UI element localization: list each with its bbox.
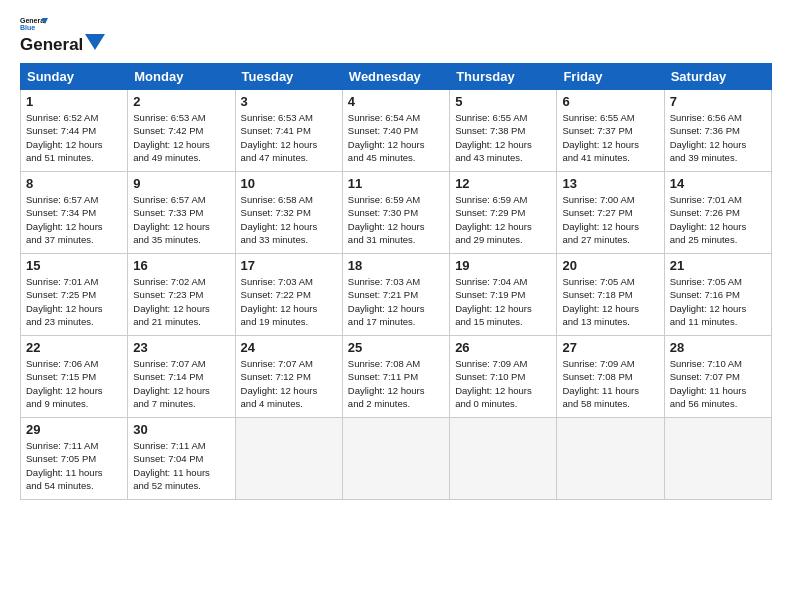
- day-number: 28: [670, 340, 766, 355]
- day-number: 17: [241, 258, 337, 273]
- cell-line: Daylight: 12 hours: [133, 138, 229, 151]
- svg-marker-3: [85, 34, 105, 50]
- cell-content: Sunrise: 7:01 AMSunset: 7:25 PMDaylight:…: [26, 275, 122, 328]
- cell-line: Sunset: 7:12 PM: [241, 370, 337, 383]
- calendar-cell: 10Sunrise: 6:58 AMSunset: 7:32 PMDayligh…: [235, 172, 342, 254]
- day-number: 27: [562, 340, 658, 355]
- cell-line: Sunrise: 7:08 AM: [348, 357, 444, 370]
- cell-line: Daylight: 11 hours: [562, 384, 658, 397]
- cell-line: Daylight: 12 hours: [26, 384, 122, 397]
- cell-content: Sunrise: 7:06 AMSunset: 7:15 PMDaylight:…: [26, 357, 122, 410]
- cell-line: Sunset: 7:27 PM: [562, 206, 658, 219]
- cell-line: Daylight: 11 hours: [26, 466, 122, 479]
- col-header-wednesday: Wednesday: [342, 64, 449, 90]
- cell-line: Sunrise: 6:56 AM: [670, 111, 766, 124]
- day-number: 4: [348, 94, 444, 109]
- header: General Blue General: [20, 16, 772, 53]
- cell-line: and 15 minutes.: [455, 315, 551, 328]
- cell-line: and 43 minutes.: [455, 151, 551, 164]
- cell-line: Daylight: 12 hours: [348, 384, 444, 397]
- cell-line: Daylight: 11 hours: [670, 384, 766, 397]
- cell-content: Sunrise: 6:55 AMSunset: 7:38 PMDaylight:…: [455, 111, 551, 164]
- cell-content: Sunrise: 7:02 AMSunset: 7:23 PMDaylight:…: [133, 275, 229, 328]
- cell-line: and 9 minutes.: [26, 397, 122, 410]
- cell-line: Sunrise: 7:00 AM: [562, 193, 658, 206]
- calendar-cell: 9Sunrise: 6:57 AMSunset: 7:33 PMDaylight…: [128, 172, 235, 254]
- cell-line: Sunrise: 7:02 AM: [133, 275, 229, 288]
- calendar-cell: 26Sunrise: 7:09 AMSunset: 7:10 PMDayligh…: [450, 336, 557, 418]
- cell-content: Sunrise: 6:58 AMSunset: 7:32 PMDaylight:…: [241, 193, 337, 246]
- day-number: 2: [133, 94, 229, 109]
- cell-content: Sunrise: 7:05 AMSunset: 7:16 PMDaylight:…: [670, 275, 766, 328]
- calendar-cell: 6Sunrise: 6:55 AMSunset: 7:37 PMDaylight…: [557, 90, 664, 172]
- cell-content: Sunrise: 7:11 AMSunset: 7:04 PMDaylight:…: [133, 439, 229, 492]
- cell-line: Daylight: 12 hours: [241, 302, 337, 315]
- cell-line: Sunrise: 6:54 AM: [348, 111, 444, 124]
- cell-line: Sunset: 7:25 PM: [26, 288, 122, 301]
- cell-line: Sunset: 7:40 PM: [348, 124, 444, 137]
- cell-line: and 13 minutes.: [562, 315, 658, 328]
- col-header-friday: Friday: [557, 64, 664, 90]
- cell-line: Daylight: 12 hours: [348, 138, 444, 151]
- cell-line: Daylight: 11 hours: [133, 466, 229, 479]
- calendar-week-3: 15Sunrise: 7:01 AMSunset: 7:25 PMDayligh…: [21, 254, 772, 336]
- cell-line: and 4 minutes.: [241, 397, 337, 410]
- day-number: 8: [26, 176, 122, 191]
- day-number: 5: [455, 94, 551, 109]
- day-number: 13: [562, 176, 658, 191]
- day-number: 14: [670, 176, 766, 191]
- cell-line: and 52 minutes.: [133, 479, 229, 492]
- calendar-week-4: 22Sunrise: 7:06 AMSunset: 7:15 PMDayligh…: [21, 336, 772, 418]
- cell-line: Daylight: 12 hours: [562, 138, 658, 151]
- cell-line: and 19 minutes.: [241, 315, 337, 328]
- cell-line: Daylight: 12 hours: [455, 138, 551, 151]
- col-header-saturday: Saturday: [664, 64, 771, 90]
- cell-line: and 27 minutes.: [562, 233, 658, 246]
- cell-content: Sunrise: 7:07 AMSunset: 7:14 PMDaylight:…: [133, 357, 229, 410]
- cell-line: Sunset: 7:30 PM: [348, 206, 444, 219]
- cell-content: Sunrise: 7:09 AMSunset: 7:08 PMDaylight:…: [562, 357, 658, 410]
- cell-content: Sunrise: 7:10 AMSunset: 7:07 PMDaylight:…: [670, 357, 766, 410]
- calendar-cell: 28Sunrise: 7:10 AMSunset: 7:07 PMDayligh…: [664, 336, 771, 418]
- day-number: 20: [562, 258, 658, 273]
- cell-line: Sunrise: 7:03 AM: [241, 275, 337, 288]
- cell-line: Sunrise: 6:57 AM: [133, 193, 229, 206]
- cell-content: Sunrise: 7:03 AMSunset: 7:21 PMDaylight:…: [348, 275, 444, 328]
- cell-line: Sunset: 7:32 PM: [241, 206, 337, 219]
- cell-content: Sunrise: 6:52 AMSunset: 7:44 PMDaylight:…: [26, 111, 122, 164]
- calendar-cell: 8Sunrise: 6:57 AMSunset: 7:34 PMDaylight…: [21, 172, 128, 254]
- col-header-monday: Monday: [128, 64, 235, 90]
- cell-line: Sunset: 7:15 PM: [26, 370, 122, 383]
- cell-line: Sunset: 7:18 PM: [562, 288, 658, 301]
- cell-line: and 39 minutes.: [670, 151, 766, 164]
- cell-line: and 31 minutes.: [348, 233, 444, 246]
- cell-line: Sunset: 7:19 PM: [455, 288, 551, 301]
- cell-line: and 49 minutes.: [133, 151, 229, 164]
- cell-line: Sunrise: 6:57 AM: [26, 193, 122, 206]
- calendar-cell: 23Sunrise: 7:07 AMSunset: 7:14 PMDayligh…: [128, 336, 235, 418]
- cell-line: Sunrise: 6:59 AM: [348, 193, 444, 206]
- calendar-week-2: 8Sunrise: 6:57 AMSunset: 7:34 PMDaylight…: [21, 172, 772, 254]
- cell-line: Sunrise: 7:10 AM: [670, 357, 766, 370]
- day-number: 19: [455, 258, 551, 273]
- cell-line: and 41 minutes.: [562, 151, 658, 164]
- cell-line: Daylight: 12 hours: [241, 384, 337, 397]
- cell-line: and 25 minutes.: [670, 233, 766, 246]
- cell-content: Sunrise: 6:53 AMSunset: 7:42 PMDaylight:…: [133, 111, 229, 164]
- calendar-cell: 29Sunrise: 7:11 AMSunset: 7:05 PMDayligh…: [21, 418, 128, 500]
- cell-content: Sunrise: 7:11 AMSunset: 7:05 PMDaylight:…: [26, 439, 122, 492]
- cell-line: Sunrise: 7:01 AM: [26, 275, 122, 288]
- cell-line: and 54 minutes.: [26, 479, 122, 492]
- cell-line: Sunrise: 6:55 AM: [562, 111, 658, 124]
- day-number: 15: [26, 258, 122, 273]
- cell-line: Daylight: 12 hours: [670, 138, 766, 151]
- cell-line: Sunset: 7:14 PM: [133, 370, 229, 383]
- cell-line: Sunrise: 7:06 AM: [26, 357, 122, 370]
- cell-line: Daylight: 12 hours: [348, 220, 444, 233]
- cell-line: Sunrise: 7:07 AM: [133, 357, 229, 370]
- cell-line: Daylight: 12 hours: [455, 220, 551, 233]
- cell-line: Daylight: 12 hours: [562, 302, 658, 315]
- cell-line: Daylight: 12 hours: [455, 384, 551, 397]
- calendar-cell: 4Sunrise: 6:54 AMSunset: 7:40 PMDaylight…: [342, 90, 449, 172]
- cell-line: Sunset: 7:37 PM: [562, 124, 658, 137]
